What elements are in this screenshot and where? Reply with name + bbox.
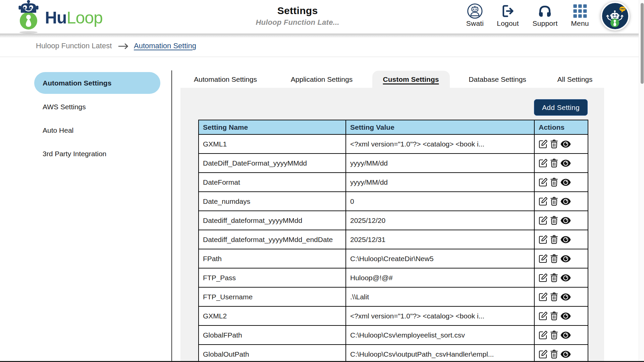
view-setting-button[interactable] [560,312,571,320]
setting-value-cell: <?xml version="1.0"?> <catalog> <book i.… [346,306,534,325]
edit-setting-button[interactable] [539,139,548,148]
edit-setting-button[interactable] [539,311,548,320]
edit-setting-button[interactable] [539,350,548,359]
edit-setting-button[interactable] [539,330,548,340]
trash-icon [550,330,558,340]
setting-name-cell: GlobalOutPath [199,345,346,362]
table-row: Datediff_dateformat_yyyyMMdd2025/12/20 [199,211,588,230]
row-actions [539,178,584,187]
eye-icon [560,140,571,148]
delete-setting-button[interactable] [550,216,558,225]
headset-icon [533,3,558,19]
view-setting-button[interactable] [560,198,571,205]
breadcrumb-parent: Huloop Function Latest [36,42,112,50]
delete-setting-button[interactable] [550,235,558,244]
page-scrollbar-thumb[interactable] [641,3,644,84]
view-setting-button[interactable] [560,351,571,358]
eye-icon [560,274,571,282]
avatar-robot-icon [602,3,628,29]
view-setting-button[interactable] [560,255,571,262]
delete-setting-button[interactable] [550,330,558,340]
edit-setting-button[interactable] [539,254,548,263]
edit-setting-button[interactable] [539,235,548,244]
view-setting-button[interactable] [560,331,571,339]
setting-name-cell: Datediff_dateformat_yyyyMMdd [199,211,346,230]
setting-name-cell: DateFormat [199,173,346,192]
table-row: GXML2<?xml version="1.0"?> <catalog> <bo… [199,306,588,325]
sidebar-item-3rd-party-integration[interactable]: 3rd Party Integration [34,143,160,165]
edit-setting-button[interactable] [539,292,548,301]
row-actions [539,159,584,168]
view-setting-button[interactable] [560,140,571,148]
topnav-support[interactable]: Support [533,3,558,27]
sidebar-item-label: 3rd Party Integration [43,150,106,158]
delete-setting-button[interactable] [550,178,558,187]
setting-value-cell: .\\Lalit [346,287,534,306]
topnav-user[interactable]: Swati [466,3,484,27]
delete-setting-button[interactable] [550,254,558,263]
trash-icon [550,178,558,187]
row-actions [539,292,584,301]
sidebar-item-auto-heal[interactable]: Auto Heal [34,119,160,141]
edit-icon [539,254,548,263]
assistant-avatar-button[interactable] [601,2,630,31]
delete-setting-button[interactable] [550,350,558,359]
edit-icon [539,330,548,340]
trash-icon [550,273,558,282]
setting-value-cell: C:\Huloop\Csv\employeelist_sort.csv [346,325,534,345]
trash-icon [550,311,558,320]
sidebar-item-aws-settings[interactable]: AWS Settings [34,96,160,118]
edit-icon [539,159,548,168]
huloop-logo-text: HuLoop [45,9,103,26]
huloop-robot-logo-icon [16,0,41,34]
sidebar-item-automation-settings[interactable]: Automation Settings [34,72,160,94]
view-setting-button[interactable] [560,217,571,224]
edit-icon [539,273,548,282]
setting-value-cell: yyyy/MM/dd [346,173,534,192]
tab-application-settings[interactable]: Application Settings [291,71,353,88]
view-setting-button[interactable] [560,160,571,167]
settings-table: Setting NameSetting ValueActions GXML1<?… [198,120,588,362]
view-setting-button[interactable] [560,274,571,282]
breadcrumb-current-link[interactable]: Automation Setting [134,42,196,50]
view-setting-button[interactable] [560,236,571,243]
tab-label: Custom Settings [383,75,439,83]
setting-name-cell: GXML1 [199,134,346,154]
delete-setting-button[interactable] [550,197,558,206]
setting-value-cell: <?xml version="1.0"?> <catalog> <book i.… [346,134,534,154]
edit-setting-button[interactable] [539,178,548,187]
edit-setting-button[interactable] [539,216,548,225]
setting-value-cell: Huloop@!@# [346,268,534,287]
sidebar-item-label: Automation Settings [43,79,111,87]
tab-automation-settings[interactable]: Automation Settings [194,71,257,88]
edit-icon [539,292,548,301]
tab-all-settings[interactable]: All Settings [557,71,592,88]
add-setting-button[interactable]: Add Setting [534,99,588,116]
delete-setting-button[interactable] [550,311,558,320]
topnav-logout[interactable]: Logout [497,3,519,27]
tab-database-settings[interactable]: Database Settings [469,71,526,88]
edit-setting-button[interactable] [539,159,548,168]
setting-name-cell: FPath [199,249,346,268]
page-subtitle: Huloop Function Late... [197,18,398,27]
view-setting-button[interactable] [560,179,571,186]
trash-icon [550,254,558,263]
view-setting-button[interactable] [560,293,571,301]
setting-value-cell: yyyy/MM/dd [346,154,534,173]
delete-setting-button[interactable] [550,159,558,168]
edit-setting-button[interactable] [539,197,548,206]
delete-setting-button[interactable] [550,139,558,148]
delete-setting-button[interactable] [550,273,558,282]
trash-icon [550,350,558,359]
grid-menu-icon [571,3,589,19]
tab-label: Application Settings [291,75,353,83]
table-row: FPathC:\Huloop\CreateDir\New5 [199,249,588,268]
tab-label: All Settings [557,75,592,83]
tab-custom-settings[interactable]: Custom Settings [383,71,439,88]
edit-setting-button[interactable] [539,273,548,282]
row-actions [539,254,584,263]
delete-setting-button[interactable] [550,292,558,301]
page-scrollbar-track[interactable] [639,0,644,362]
topnav-menu[interactable]: Menu [571,3,589,27]
sidebar-item-label: Auto Heal [43,126,73,134]
